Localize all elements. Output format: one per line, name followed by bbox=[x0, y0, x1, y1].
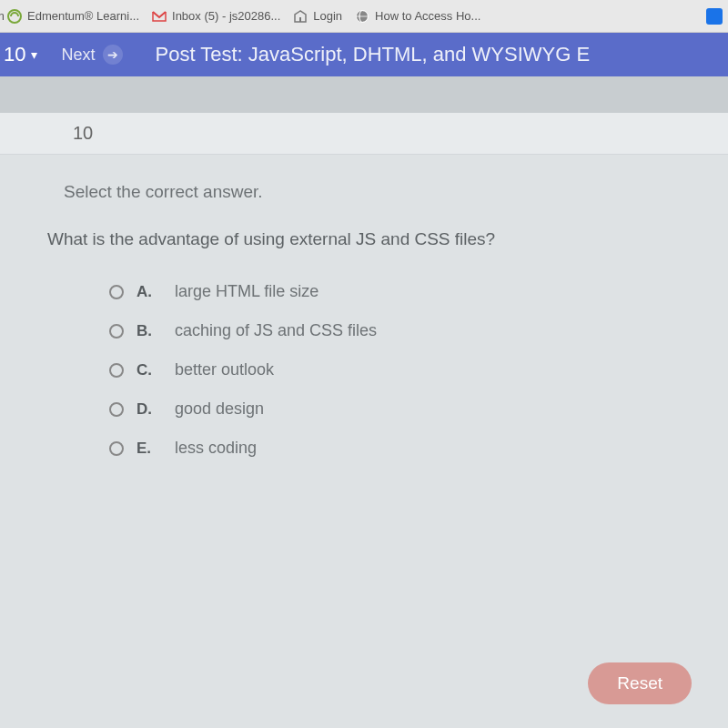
answer-text: better outlook bbox=[175, 360, 274, 379]
gmail-icon bbox=[152, 9, 167, 24]
test-header-bar: 10 ▾ Next ➔ Post Test: JavaScript, DHTML… bbox=[0, 33, 728, 76]
globe-icon bbox=[355, 9, 369, 24]
answer-text: caching of JS and CSS files bbox=[175, 321, 377, 340]
radio-icon bbox=[109, 402, 124, 417]
bookmark-inbox[interactable]: Inbox (5) - js20286... bbox=[152, 9, 280, 24]
answers-list: A. large HTML file size B. caching of JS… bbox=[64, 282, 692, 458]
bookmark-howto[interactable]: How to Access Ho... bbox=[355, 9, 480, 24]
answer-text: less coding bbox=[175, 439, 257, 458]
answer-option-a[interactable]: A. large HTML file size bbox=[109, 282, 692, 301]
next-button[interactable]: Next ➔ bbox=[56, 45, 127, 65]
answer-option-e[interactable]: E. less coding bbox=[109, 439, 692, 458]
question-number: 10 bbox=[0, 113, 728, 155]
radio-icon bbox=[109, 441, 124, 456]
bookmark-overflow-icon[interactable] bbox=[706, 8, 723, 25]
login-icon bbox=[293, 9, 308, 24]
question-prompt: What is the advantage of using external … bbox=[47, 229, 692, 249]
radio-icon bbox=[109, 363, 124, 378]
bookmark-label: Login bbox=[313, 9, 342, 23]
question-selector[interactable]: 10 ▾ bbox=[0, 43, 37, 66]
bookmarks-bar: m Edmentum® Learni... Inbox (5) - js2028… bbox=[0, 0, 728, 33]
content-area: 10 Select the correct answer. What is th… bbox=[0, 76, 728, 728]
answer-letter: E. bbox=[136, 440, 162, 458]
answer-option-d[interactable]: D. good design bbox=[109, 399, 692, 419]
radio-icon bbox=[109, 324, 124, 339]
answer-letter: B. bbox=[136, 322, 162, 340]
svg-rect-1 bbox=[299, 17, 301, 22]
bookmark-label: Inbox (5) - js20286... bbox=[172, 9, 280, 23]
truncated-char: m bbox=[0, 9, 5, 23]
selector-value: 10 bbox=[4, 43, 25, 66]
next-label: Next bbox=[61, 46, 95, 65]
arrow-right-icon: ➔ bbox=[103, 45, 123, 65]
answer-letter: A. bbox=[136, 283, 162, 301]
radio-icon bbox=[109, 285, 124, 299]
bookmark-edmentum[interactable]: Edmentum® Learni... bbox=[7, 9, 139, 24]
bookmark-login[interactable]: Login bbox=[293, 9, 342, 24]
answer-text: good design bbox=[175, 399, 264, 419]
answer-option-b[interactable]: B. caching of JS and CSS files bbox=[109, 321, 692, 340]
answer-letter: C. bbox=[136, 361, 162, 379]
answer-text: large HTML file size bbox=[175, 282, 318, 301]
bookmark-label: Edmentum® Learni... bbox=[27, 9, 139, 23]
reset-button[interactable]: Reset bbox=[588, 662, 692, 704]
question-card: 10 Select the correct answer. What is th… bbox=[0, 113, 728, 728]
answer-letter: D. bbox=[136, 400, 162, 419]
bookmark-label: How to Access Ho... bbox=[375, 9, 480, 23]
test-title: Post Test: JavaScript, DHTML, and WYSIWY… bbox=[156, 43, 591, 66]
question-body: Select the correct answer. What is the a… bbox=[0, 155, 728, 458]
answer-option-c[interactable]: C. better outlook bbox=[109, 360, 692, 379]
chevron-down-icon: ▾ bbox=[31, 47, 37, 62]
instruction-text: Select the correct answer. bbox=[64, 182, 692, 202]
edmentum-icon bbox=[7, 9, 22, 24]
